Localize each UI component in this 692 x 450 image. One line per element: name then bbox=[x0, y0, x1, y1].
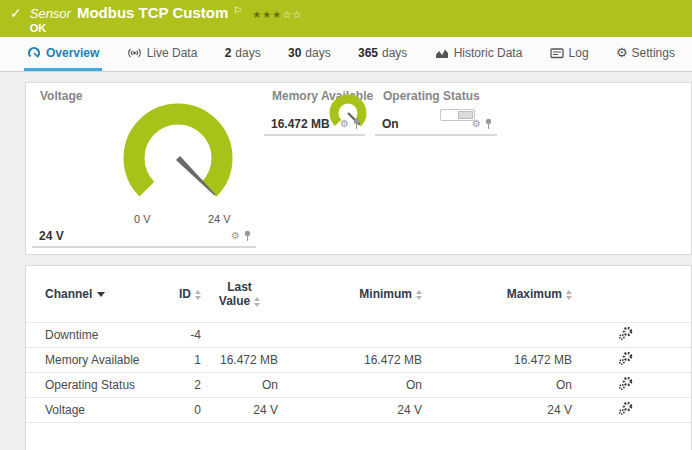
gauge-voltage: Voltage 0 V 24 V 24 V ⚙ bbox=[32, 87, 256, 248]
voltage-gauge-dial bbox=[118, 98, 238, 218]
gauge-operating-status: Operating Status On ⚙ bbox=[375, 87, 497, 136]
channel-minimum: 16.472 MB bbox=[278, 347, 422, 372]
tab-label: Historic Data bbox=[454, 46, 523, 60]
sort-icon bbox=[566, 290, 572, 300]
channel-minimum: 24 V bbox=[278, 397, 422, 422]
sort-icon bbox=[416, 290, 422, 300]
tab-365-days[interactable]: 365 days bbox=[355, 37, 410, 71]
gauge-title: Voltage bbox=[40, 89, 82, 103]
content-area: Voltage 0 V 24 V 24 V ⚙ Memory Available… bbox=[0, 72, 692, 450]
channel-id: -4 bbox=[176, 322, 201, 347]
gauge-value: On bbox=[382, 117, 399, 131]
gauge-memory-available: Memory Available 16.472 MB ⚙ bbox=[264, 87, 365, 136]
table-row-memory-available: Memory Available 1 16.472 MB 16.472 MB 1… bbox=[26, 347, 691, 372]
tab-label: Overview bbox=[46, 46, 99, 60]
pin-icon[interactable] bbox=[352, 118, 361, 130]
tab-bar: Overview Live Data 2 days 30 days 365 da… bbox=[0, 37, 692, 72]
channel-maximum: 24 V bbox=[422, 397, 572, 422]
tab-settings[interactable]: ⚙ Settings bbox=[613, 37, 678, 71]
stars-empty: ☆☆ bbox=[282, 9, 302, 20]
gauge-settings-gear-icon[interactable]: ⚙ bbox=[231, 231, 240, 241]
gauge-settings-gear-icon[interactable]: ⚙ bbox=[340, 119, 349, 129]
tab-label: Log bbox=[569, 46, 589, 60]
channel-settings-icon[interactable] bbox=[618, 376, 633, 391]
stars-filled: ★★★ bbox=[252, 9, 282, 20]
sensor-title: Modbus TCP Custom bbox=[77, 4, 228, 21]
tab-live-data[interactable]: Live Data bbox=[124, 37, 201, 71]
gauge-icon bbox=[27, 46, 41, 60]
gear-icon: ⚙ bbox=[616, 45, 628, 60]
column-header-channel[interactable]: Channel bbox=[26, 266, 176, 322]
tab-label: days bbox=[382, 46, 407, 60]
channel-last-value: 16.472 MB bbox=[201, 347, 278, 372]
channel-name[interactable]: Operating Status bbox=[26, 372, 176, 397]
channel-maximum: On bbox=[422, 372, 572, 397]
gauge-scale-max: 24 V bbox=[208, 213, 231, 225]
channel-id: 1 bbox=[176, 347, 201, 372]
sensor-header: ✓ Sensor Modbus TCP Custom ⚐ ★★★☆☆ OK bbox=[0, 0, 692, 37]
table-row-operating-status: Operating Status 2 On On On bbox=[26, 372, 691, 397]
channel-settings-icon[interactable] bbox=[618, 326, 633, 341]
tab-label: Live Data bbox=[147, 46, 198, 60]
live-data-icon bbox=[127, 46, 142, 60]
channel-name[interactable]: Downtime bbox=[26, 322, 176, 347]
tab-overview[interactable]: Overview bbox=[24, 37, 102, 71]
column-header-id[interactable]: ID bbox=[176, 266, 201, 322]
status-check-icon: ✓ bbox=[10, 5, 22, 21]
channel-settings-icon[interactable] bbox=[618, 351, 633, 366]
column-header-maximum[interactable]: Maximum bbox=[422, 266, 572, 322]
column-header-minimum[interactable]: Minimum bbox=[278, 266, 422, 322]
channel-last-value: 24 V bbox=[201, 397, 278, 422]
bar-chart-icon bbox=[435, 46, 449, 60]
tab-2-days[interactable]: 2 days bbox=[222, 37, 264, 71]
sort-icon bbox=[254, 297, 260, 307]
gauges-panel: Voltage 0 V 24 V 24 V ⚙ Memory Available… bbox=[25, 82, 692, 255]
sort-direction-icon bbox=[97, 292, 105, 297]
channel-name[interactable]: Voltage bbox=[26, 397, 176, 422]
channel-id: 2 bbox=[176, 372, 201, 397]
gauge-settings-gear-icon[interactable]: ⚙ bbox=[472, 119, 481, 129]
tab-number: 2 bbox=[225, 46, 232, 60]
sort-icon bbox=[195, 290, 201, 300]
sensor-status-badge: OK bbox=[30, 22, 302, 34]
tab-log[interactable]: Log bbox=[547, 37, 592, 71]
channel-settings-icon[interactable] bbox=[618, 401, 633, 416]
table-row-downtime: Downtime -4 bbox=[26, 322, 691, 347]
gauge-scale-min: 0 V bbox=[134, 213, 151, 225]
channel-minimum bbox=[278, 322, 422, 347]
priority-stars[interactable]: ★★★☆☆ bbox=[252, 9, 302, 20]
toggle-knob bbox=[458, 111, 473, 119]
object-type-label: Sensor bbox=[30, 6, 71, 21]
channel-last-value: On bbox=[201, 372, 278, 397]
tab-30-days[interactable]: 30 days bbox=[285, 37, 334, 71]
table-row-voltage: Voltage 0 24 V 24 V 24 V bbox=[26, 397, 691, 422]
table-header-row: Channel ID Last Value Minimum Maximum bbox=[26, 266, 691, 322]
channel-last-value bbox=[201, 322, 278, 347]
tab-historic-data[interactable]: Historic Data bbox=[432, 37, 526, 71]
tab-label: days bbox=[235, 46, 260, 60]
status-toggle bbox=[440, 109, 475, 121]
gauge-title: Operating Status bbox=[383, 89, 480, 103]
tab-number: 365 bbox=[358, 46, 378, 60]
pin-icon[interactable] bbox=[243, 230, 252, 242]
column-header-last-value[interactable]: Last Value bbox=[201, 266, 278, 322]
tab-label: days bbox=[305, 46, 330, 60]
channel-maximum bbox=[422, 322, 572, 347]
tab-label: Settings bbox=[632, 46, 675, 60]
channel-name[interactable]: Memory Available bbox=[26, 347, 176, 372]
flag-icon[interactable]: ⚐ bbox=[233, 5, 242, 16]
gauge-value: 16.472 MB bbox=[271, 117, 330, 131]
log-list-icon bbox=[550, 46, 564, 60]
channel-table-panel: Channel ID Last Value Minimum Maximum bbox=[25, 265, 692, 450]
channel-minimum: On bbox=[278, 372, 422, 397]
channel-table: Channel ID Last Value Minimum Maximum bbox=[26, 266, 691, 423]
channel-maximum: 16.472 MB bbox=[422, 347, 572, 372]
gauge-value: 24 V bbox=[39, 229, 64, 243]
pin-icon[interactable] bbox=[484, 118, 493, 130]
tab-number: 30 bbox=[288, 46, 301, 60]
channel-id: 0 bbox=[176, 397, 201, 422]
